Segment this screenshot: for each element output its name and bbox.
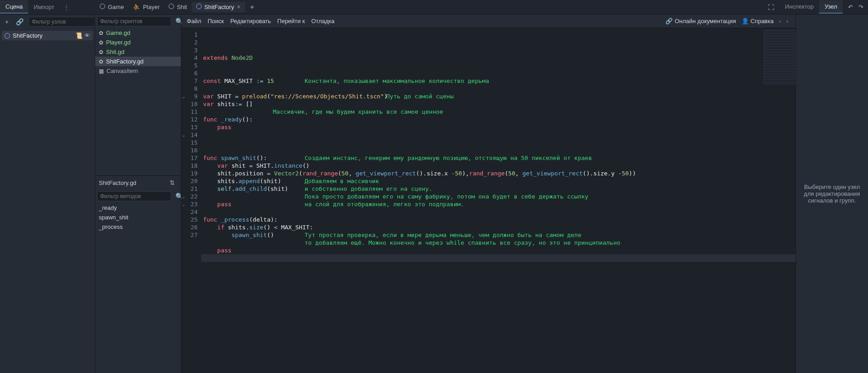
scene-toolbar: + 🔗 🔍 ⎇ <box>0 15 95 29</box>
help-icon: 👤 <box>742 18 749 24</box>
add-node-icon[interactable]: + <box>3 17 11 27</box>
menu-item[interactable]: Поиск <box>208 18 224 24</box>
method-item[interactable]: _process <box>95 222 181 232</box>
code-line[interactable]: spawn_shit()Тут простая проверка, если в… <box>201 231 795 239</box>
online-docs-link[interactable]: 🔗 Онлайн документация <box>665 18 736 24</box>
code-line[interactable]: self.add_child(shit)и собственно добавля… <box>201 185 795 193</box>
annotation: Добавляем в массивчик <box>305 177 379 185</box>
tab-import[interactable]: Импорт <box>28 1 59 13</box>
code-line[interactable]: pass <box>201 123 795 131</box>
help-link[interactable]: 👤 Справка <box>742 18 774 24</box>
menu-right: 🔗 Онлайн документация 👤 Справка ‹ › <box>665 18 790 24</box>
script-item-label: Shit.gd <box>106 48 124 55</box>
script-list-item[interactable]: ✿Player.gd <box>95 38 181 47</box>
scripts-filter-input[interactable] <box>97 16 171 26</box>
code-line[interactable]: var shit = SHIT.instance() <box>201 162 795 170</box>
script-list-item[interactable]: ✿Game.gd <box>95 28 181 38</box>
node2d-icon <box>100 4 105 10</box>
visibility-icon[interactable]: 👁 <box>84 32 90 39</box>
sort-icon[interactable]: ⇅ <box>167 178 177 188</box>
node2d-icon <box>169 4 174 10</box>
code-line[interactable] <box>201 146 795 154</box>
dots-icon[interactable]: ⋮ <box>60 4 73 10</box>
nav-arrows[interactable]: ‹ › <box>779 18 790 24</box>
code-line[interactable]: extends Node2D <box>201 54 795 62</box>
scene-tab-label: Shit <box>177 4 187 10</box>
code-area[interactable]: extends Node2Dconst MAX_SHIT := 15Конста… <box>201 28 795 373</box>
code-line[interactable] <box>201 62 795 69</box>
code-line[interactable]: var SHIT = preload("res://Scenes/Objects… <box>201 92 795 100</box>
tab-node[interactable]: Узел <box>819 0 843 14</box>
code-line[interactable] <box>201 85 795 92</box>
tree-node-icons: 📜 👁 <box>75 32 90 39</box>
back-icon[interactable]: ↶ <box>848 4 853 10</box>
method-item[interactable]: _ready <box>95 203 181 213</box>
script-gear-icon: ✿ <box>99 39 103 46</box>
script-icon[interactable]: 📜 <box>75 32 82 39</box>
annotation: Путь до самой сцены <box>386 92 454 100</box>
script-list-item[interactable]: ✿ShitFactory.gd <box>95 57 181 66</box>
code-line[interactable]: func _process(delta): <box>201 216 795 223</box>
link-icon[interactable]: 🔗 <box>14 17 26 27</box>
code-line[interactable]: shit.position = Vector2(rand_range(50, g… <box>201 170 795 177</box>
menu-item[interactable]: Отладка <box>311 18 335 24</box>
code-line[interactable]: то добавляем ещё. Можно конечно и через … <box>201 239 795 247</box>
scene-tab[interactable]: ShitFactory✕ <box>192 2 246 12</box>
code-line[interactable] <box>201 69 795 77</box>
scene-tab[interactable]: Game <box>95 2 128 12</box>
scene-tab-label: ShitFactory <box>204 4 234 10</box>
top-left-tabs: Сцена Импорт ⋮ <box>0 0 95 14</box>
menu-item[interactable]: Перейти к <box>277 18 305 24</box>
code-line[interactable]: const MAX_SHIT := 15Константа, показывае… <box>201 77 795 85</box>
node2d-icon <box>5 33 10 39</box>
scene-panel: + 🔗 🔍 ⎇ ShitFactory 📜 👁 <box>0 15 95 373</box>
annotation: Пока просто добавляем его на саму фабрик… <box>305 193 588 200</box>
close-icon[interactable]: ✕ <box>237 4 241 10</box>
node-filter-input[interactable] <box>29 17 103 27</box>
script-item-label: Game.gd <box>106 29 130 36</box>
add-tab-button[interactable]: + <box>245 3 258 11</box>
methods-header-label: ShitFactory.gd <box>99 179 136 186</box>
menu-item[interactable]: Редактировать <box>230 18 271 24</box>
code-line[interactable]: var shits:= [] <box>201 100 795 108</box>
code-editor[interactable]: 1234567891011121314151617181920212223242… <box>181 28 795 373</box>
main-layout: + 🔗 🔍 ⎇ ShitFactory 📜 👁 🔍 ✿Game.gd✿Playe… <box>0 15 868 373</box>
scene-tab-label: Player <box>143 4 160 10</box>
script-list-item[interactable]: ▦CanvasItem <box>95 66 181 76</box>
code-line[interactable] <box>201 131 795 139</box>
methods-panel: ShitFactory.gd ⇅ 🔍 _readyspawn_shit_proc… <box>95 175 181 232</box>
code-line[interactable]: func spawn_shit():Создаем инстанс, генер… <box>201 154 795 162</box>
scene-tab[interactable]: ⛹Player <box>128 2 164 12</box>
top-bar: Сцена Импорт ⋮ Game⛹PlayerShitShitFactor… <box>0 0 868 15</box>
class-doc-icon: ▦ <box>99 68 104 74</box>
help-label: Справка <box>751 18 774 24</box>
code-line[interactable]: Массивчик, где мы будем хранить все само… <box>201 108 795 116</box>
annotation: Тут простая проверка, если в мире дерьма… <box>305 231 581 239</box>
scene-tree: ShitFactory 📜 👁 <box>0 29 95 42</box>
tree-root-node[interactable]: ShitFactory 📜 👁 <box>2 31 93 40</box>
fullscreen-icon[interactable]: ⛶ <box>768 4 774 11</box>
line-gutter: 1234567891011121314151617181920212223242… <box>181 28 201 373</box>
code-line[interactable]: func _ready(): <box>201 116 795 123</box>
annotation: Константа, показывает максимальное колич… <box>305 77 489 85</box>
code-line[interactable] <box>201 208 795 216</box>
methods-filter-input[interactable] <box>97 191 171 201</box>
script-item-label: ShitFactory.gd <box>106 58 144 65</box>
tab-inspector[interactable]: Инспектор <box>780 0 819 14</box>
scene-tab[interactable]: Shit <box>164 2 191 12</box>
code-line[interactable]: passна слой для отображения, легко это п… <box>201 200 795 208</box>
menu-item[interactable]: Файл <box>187 18 201 24</box>
code-line[interactable]: pass <box>201 247 795 254</box>
minimap[interactable] <box>764 30 795 84</box>
code-line[interactable] <box>201 139 795 146</box>
script-gear-icon: ✿ <box>99 30 103 36</box>
code-line[interactable]: shits.append(shit)Добавляем в массивчик <box>201 177 795 185</box>
code-line[interactable]: Пока просто добавляем его на саму фабрик… <box>201 193 795 200</box>
link-icon: 🔗 <box>665 18 673 24</box>
method-item[interactable]: spawn_shit <box>95 213 181 222</box>
forward-icon[interactable]: ↷ <box>858 4 863 10</box>
code-line[interactable] <box>201 254 795 262</box>
code-line[interactable]: if shits.size() < MAX_SHIT: <box>201 223 795 231</box>
tab-scene[interactable]: Сцена <box>0 0 28 14</box>
script-list-item[interactable]: ✿Shit.gd <box>95 47 181 57</box>
